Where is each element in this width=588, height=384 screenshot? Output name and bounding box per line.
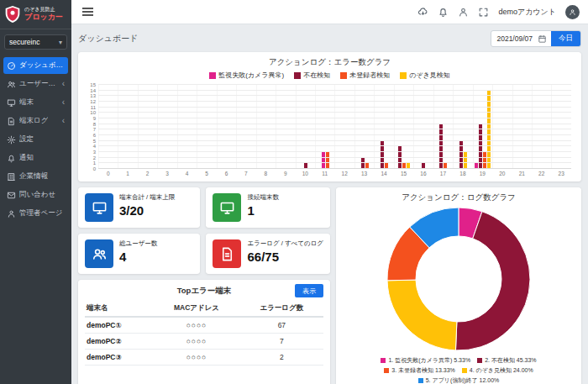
org-name: secureinc — [9, 38, 39, 46]
donut-legend-item: 5. アプリ(強制)終了 12.00% — [418, 376, 500, 384]
table-cell: demoPC② — [85, 334, 153, 350]
gridline — [98, 124, 571, 124]
sidebar-item-1[interactable]: ユーザー管理‹ — [3, 76, 68, 92]
sidebar-item-label: 問い合わせ — [19, 190, 55, 200]
account-name[interactable]: demoアカウント — [498, 7, 556, 18]
shield-logo-icon — [4, 5, 21, 24]
donut-slice — [387, 280, 457, 350]
avatar[interactable] — [565, 5, 580, 19]
y-axis-label: 12 — [90, 99, 96, 104]
donut-chart — [386, 206, 532, 352]
stat-card-1: 接続端末数1 — [206, 187, 330, 228]
caret-down-icon: ▾ — [59, 39, 62, 46]
sidebar-item-3[interactable]: 端末ログ‹ — [3, 113, 68, 129]
x-axis-label: 20 — [492, 171, 512, 176]
sidebar-item-7[interactable]: 問い合わせ — [3, 187, 68, 203]
gridline — [98, 129, 571, 129]
y-axis-label: 9 — [93, 116, 96, 121]
x-axis-label: 5 — [197, 171, 216, 176]
stat-label: 総ユーザー数 — [119, 239, 157, 248]
cloud-sync-icon[interactable] — [417, 7, 428, 18]
bar — [322, 152, 325, 169]
bar — [398, 146, 402, 169]
gauge-icon — [7, 61, 16, 71]
sidebar-item-label: ダッシュボード — [19, 60, 65, 71]
bell-icon[interactable] — [438, 7, 449, 18]
calendar-icon[interactable] — [538, 34, 547, 44]
x-axis-label: 16 — [413, 171, 433, 176]
sidebar-item-5[interactable]: 通知 — [3, 150, 68, 166]
bar-chart-legend: 監視失敗(カメラ異常)不在検知未登録者検知のぞき見検知 — [85, 71, 575, 80]
x-axis-label: 15 — [394, 171, 413, 176]
stat-value: 4 — [119, 250, 157, 264]
gridline — [98, 151, 571, 152]
x-axis-label: 18 — [453, 171, 472, 176]
sidebar-item-label: ユーザー管理 — [19, 79, 59, 89]
stat-card-0: 端末合計 / 端末上限3/20 — [78, 187, 200, 228]
bar — [464, 152, 467, 169]
sidebar-item-4[interactable]: 設定 — [3, 131, 68, 148]
sidebar-item-6[interactable]: 企業情報 — [3, 168, 68, 185]
y-axis-label: 5 — [93, 139, 96, 144]
log-donut-card: アクションログ：ログ数グラフ 1. 監視失敗(カメラ異常) 5.33%2. 不在… — [336, 187, 581, 384]
donut-legend-item: 4. のぞき見検知 24.00% — [462, 366, 533, 375]
y-axis-label: 1 — [93, 160, 96, 166]
mail-icon — [7, 191, 16, 200]
bar-xlabels: 01234567891011121314151617181920212223 — [98, 171, 571, 176]
sidebar-item-0[interactable]: ダッシュボード — [3, 57, 68, 74]
gear-icon — [7, 135, 16, 145]
table-cell: ○○○○ — [153, 317, 239, 334]
y-axis-label: 4 — [93, 144, 96, 149]
gridline — [98, 101, 571, 102]
error-table-head: 端末名MACアドレスエラーログ数 — [85, 301, 323, 317]
monitor-icon — [85, 193, 113, 222]
breadcrumb: ダッシュボード — [78, 33, 138, 45]
gridline — [98, 168, 571, 169]
monitor-icon — [7, 98, 16, 108]
show-button[interactable]: 表示 — [295, 284, 323, 297]
org-selector[interactable]: secureinc ▾ — [4, 34, 67, 50]
stat-value: 66/75 — [247, 250, 323, 264]
x-axis-label: 7 — [236, 171, 255, 176]
legend-item: 監視失敗(カメラ異常) — [209, 71, 284, 80]
sidebar-item-2[interactable]: 端末‹ — [3, 94, 68, 111]
x-axis-label: 3 — [157, 171, 176, 176]
error-table: 端末名MACアドレスエラーログ数 demoPC①○○○○67demoPC②○○○… — [85, 301, 323, 366]
stat-value: 3/20 — [119, 203, 175, 218]
building-icon — [7, 172, 16, 181]
chevron-left-icon: ‹ — [62, 98, 65, 107]
fullscreen-icon[interactable] — [478, 7, 489, 18]
x-axis-label: 17 — [433, 171, 453, 176]
gridline — [98, 118, 571, 118]
bell-icon — [7, 154, 16, 163]
stat-card-3: エラーログ / すべてのログ66/75 — [206, 234, 330, 274]
x-axis-label: 2 — [138, 171, 157, 176]
y-axis-label: 11 — [91, 105, 96, 110]
bar — [326, 152, 329, 169]
log-icon — [213, 239, 241, 268]
gridline — [98, 145, 571, 146]
sidebar-item-label: 端末ログ — [19, 116, 48, 126]
sidebar: のぞき見防止 ブロッカー secureinc ▾ ダッシュボードユーザー管理‹端… — [0, 0, 71, 384]
x-axis-label: 6 — [217, 171, 236, 176]
gridline — [98, 112, 571, 113]
y-axis-label: 3 — [93, 150, 96, 155]
user-icon[interactable] — [458, 7, 469, 18]
chevron-left-icon: ‹ — [62, 80, 65, 88]
donut-legend-item: 2. 不在検知 45.33% — [477, 356, 536, 365]
menu-toggle-icon[interactable] — [80, 5, 96, 18]
today-button[interactable]: 今日 — [551, 31, 580, 46]
x-axis-label: 8 — [256, 171, 276, 176]
x-axis-label: 10 — [296, 171, 315, 176]
app-logo[interactable]: のぞき見防止 ブロッカー — [0, 0, 71, 29]
content: ダッシュボード 2021/09/07 今日 アクションログ：エラー数グラフ 監視… — [71, 24, 588, 384]
table-cell: demoPC③ — [85, 350, 153, 366]
table-column-header: エラーログ数 — [240, 301, 323, 317]
gridline — [98, 134, 571, 135]
sidebar-item-8[interactable]: 管理者ページ — [3, 205, 68, 222]
x-axis-label: 14 — [374, 171, 393, 176]
date-input[interactable]: 2021/09/07 — [491, 31, 538, 46]
table-cell: 7 — [240, 334, 323, 350]
gridline — [98, 157, 571, 158]
gridline — [98, 162, 571, 163]
